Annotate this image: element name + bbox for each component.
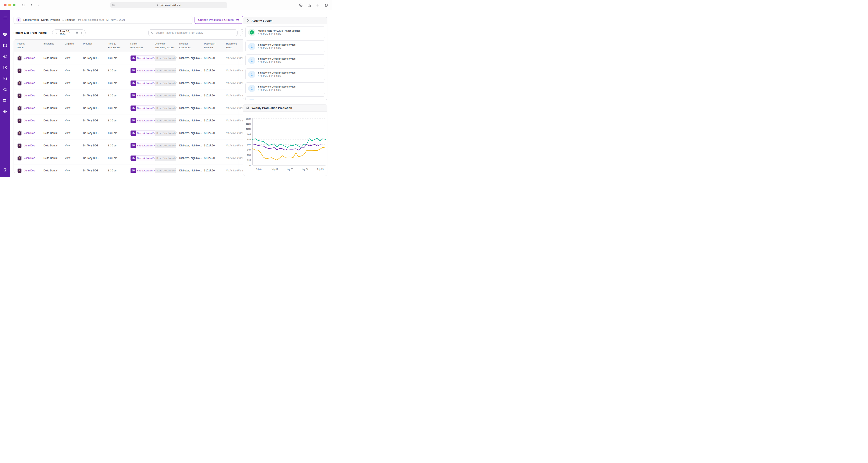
x-tick-label: July 02	[271, 168, 278, 171]
schedule-calendar-icon[interactable]	[2, 42, 8, 48]
activity-item[interactable]: SmilesWork Dental practice invited6:36 P…	[245, 55, 325, 66]
economic-score-cell: Score Deactivated	[155, 81, 179, 86]
insurance-cell: Delta Dental	[43, 144, 65, 147]
patient-name-link[interactable]: John Doe	[24, 69, 35, 72]
marketing-megaphone-icon[interactable]	[2, 87, 8, 92]
health-score-label: Score Activated	[136, 119, 153, 122]
messages-chat-icon[interactable]	[2, 54, 8, 59]
patient-name-link[interactable]: John Doe	[24, 106, 35, 110]
health-score-dropdown[interactable]: 95Score Activated	[130, 55, 155, 61]
eligibility-view-link[interactable]: View	[65, 82, 70, 85]
activity-item[interactable]: Medical Note for Sylvia Traylor updated6…	[245, 27, 325, 38]
eligibility-view-link[interactable]: View	[65, 94, 70, 97]
economic-score-dropdown[interactable]: Score Deactivated	[155, 130, 176, 136]
y-tick-label: $90k	[247, 133, 251, 135]
telehealth-video-icon[interactable]	[2, 98, 8, 103]
eligibility-view-link[interactable]: View	[65, 119, 70, 122]
payments-dollar-icon[interactable]: $	[2, 65, 8, 70]
eligibility-view-link[interactable]: View	[65, 69, 70, 72]
close-window-button[interactable]	[4, 4, 6, 6]
eligibility-cell: View	[65, 144, 83, 147]
address-bar[interactable]: primesoft.sikka.ai	[110, 2, 227, 8]
health-score-value: 95	[130, 55, 136, 61]
provider-cell: Dr. Tony DDS	[83, 82, 108, 85]
settings-gear-icon[interactable]	[2, 109, 8, 114]
zoom-window-button[interactable]	[13, 4, 16, 6]
eligibility-view-link[interactable]: View	[65, 169, 70, 172]
table-row: John DoeDelta DentalViewDr. Tony DDS8.30…	[14, 52, 246, 64]
balance-cell: $1027.20	[204, 132, 226, 134]
page-title: Patient List From Period	[13, 31, 46, 34]
health-score-dropdown[interactable]: 95Score Activated	[130, 168, 155, 173]
economic-score-dropdown[interactable]: Score Deactivated	[155, 118, 176, 123]
page-options-icon[interactable]	[112, 3, 115, 7]
calendar-icon[interactable]	[75, 31, 79, 34]
eligibility-cell: View	[65, 57, 83, 60]
sidebar-toggle-icon[interactable]	[20, 2, 27, 8]
patient-name-link[interactable]: John Doe	[24, 157, 35, 160]
patient-name-link[interactable]: John Doe	[24, 94, 35, 97]
health-score-dropdown[interactable]: 95Score Activated	[130, 68, 155, 73]
eligibility-view-link[interactable]: View	[65, 132, 70, 134]
economic-score-dropdown[interactable]: Score Deactivated	[155, 81, 176, 86]
health-score-dropdown[interactable]: 95Score Activated	[130, 155, 155, 161]
share-icon[interactable]	[306, 2, 312, 8]
eligibility-view-link[interactable]: View	[65, 144, 70, 147]
activity-item-text: SmilesWork Dental practice invited6:36 P…	[258, 99, 296, 100]
economic-score-dropdown[interactable]: Score Deactivated	[155, 56, 176, 61]
eligibility-view-link[interactable]: View	[65, 106, 70, 110]
x-tick-label: July 05	[317, 168, 323, 171]
lock-icon	[156, 4, 159, 6]
activity-item[interactable]: SmilesWork Dental practice invited6:36 P…	[245, 83, 325, 94]
economic-score-dropdown[interactable]: Score Deactivated	[155, 105, 176, 111]
health-score-label: Score Activated	[136, 132, 153, 134]
date-value[interactable]: June 10, 2024	[60, 30, 75, 36]
economic-score-dropdown[interactable]: Score Deactivated	[155, 156, 176, 161]
eligibility-view-link[interactable]: View	[65, 57, 70, 60]
minimize-window-button[interactable]	[8, 4, 11, 6]
next-day-icon[interactable]	[80, 31, 83, 34]
change-practices-button[interactable]: Change Practices & Groups	[194, 16, 243, 24]
economic-score-dropdown[interactable]: Score Deactivated	[155, 68, 176, 73]
patient-name-link[interactable]: John Doe	[24, 169, 35, 172]
search-input[interactable]	[156, 31, 235, 34]
health-score-dropdown[interactable]: 95Score Activated	[130, 93, 155, 98]
patient-name-link[interactable]: John Doe	[24, 132, 35, 134]
health-score-dropdown[interactable]: 95Score Activated	[130, 118, 155, 123]
economic-score-dropdown[interactable]: Score Deactivated	[155, 143, 176, 148]
downloads-icon[interactable]	[298, 2, 304, 8]
health-score-dropdown[interactable]: 95Score Activated	[130, 130, 155, 136]
activity-item[interactable]: SmilesWork Dental practice invited6:36 P…	[245, 68, 325, 80]
health-score-value: 95	[130, 155, 136, 161]
economic-score-dropdown[interactable]: Score Deactivated	[155, 93, 176, 98]
health-score-value: 95	[130, 80, 136, 86]
conditions-cell: Diabetes, high blo...	[179, 132, 204, 134]
tab-overview-icon[interactable]	[323, 2, 329, 8]
activity-item[interactable]: SmilesWork Dental practice invited6:36 P…	[245, 40, 325, 52]
economic-score-dropdown[interactable]: Score Deactivated	[155, 168, 176, 173]
traffic-lights	[4, 4, 16, 6]
menu-icon[interactable]	[2, 15, 8, 21]
patient-name-link[interactable]: John Doe	[24, 82, 35, 85]
table-row: John DoeDelta DentalViewDr. Tony DDS8.30…	[14, 64, 246, 77]
new-tab-icon[interactable]	[314, 2, 321, 8]
person-add-icon	[248, 99, 255, 100]
patient-avatar	[17, 143, 22, 148]
reports-chart-icon[interactable]	[2, 75, 8, 81]
logout-icon[interactable]	[2, 167, 8, 173]
practice-selector[interactable]: Smiles Work - Dental Practice - 1 Select…	[13, 16, 192, 24]
health-score-dropdown[interactable]: 95Score Activated	[130, 80, 155, 86]
back-button[interactable]	[28, 2, 35, 8]
health-score-dropdown[interactable]: 95Score Activated	[130, 143, 155, 148]
patient-name-link[interactable]: John Doe	[24, 144, 35, 147]
patient-name-link[interactable]: John Doe	[24, 57, 35, 60]
person-add-icon	[248, 43, 255, 50]
patients-group-icon[interactable]	[2, 32, 8, 37]
forward-button[interactable]	[35, 2, 41, 8]
previous-day-icon[interactable]	[55, 31, 58, 34]
column-header-patient-a-r: Patient A/RBalance	[204, 42, 226, 50]
patient-name-link[interactable]: John Doe	[24, 119, 35, 122]
activity-item[interactable]: SmilesWork Dental practice invited6:36 P…	[245, 96, 325, 100]
health-score-dropdown[interactable]: 95Score Activated	[130, 105, 155, 111]
eligibility-view-link[interactable]: View	[65, 157, 70, 160]
